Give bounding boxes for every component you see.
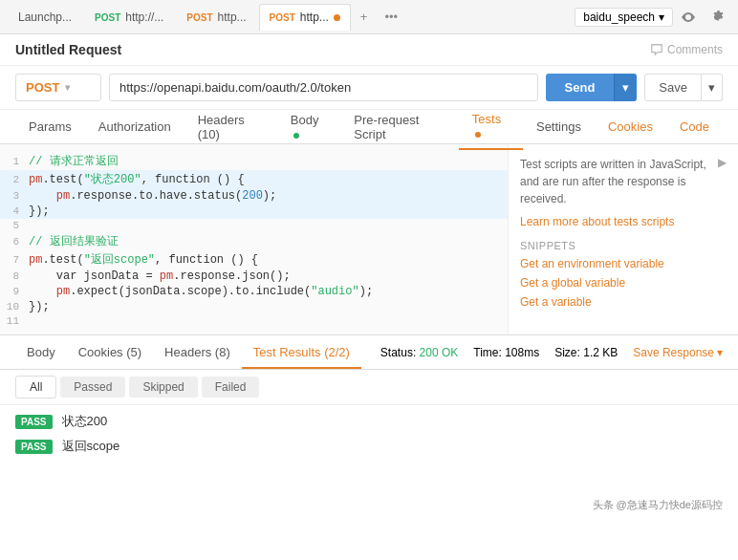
tab-add-button[interactable]: + (353, 10, 376, 24)
resp-tab-headers[interactable]: Headers (8) (153, 337, 242, 367)
filter-all-button[interactable]: All (15, 376, 56, 398)
tab-get-label: http://... (125, 11, 163, 24)
panel-collapse-button[interactable]: ▶ (718, 156, 727, 169)
body-dot (293, 133, 299, 139)
tab-auth-label: Authorization (98, 119, 171, 134)
code-line-11: 11 (0, 314, 508, 328)
tab-post2[interactable]: POST http... (259, 4, 351, 31)
code-editor[interactable]: 1 // 请求正常返回 2 pm.test("状态200", function … (0, 144, 509, 334)
url-bar: POST ▾ Send ▾ Save ▾ (0, 66, 738, 110)
tab-post1[interactable]: POST http... (176, 4, 256, 31)
tab-launchpad[interactable]: Launchp... (8, 4, 82, 31)
tab-bar: Launchp... POST http://... POST http... … (0, 0, 738, 34)
tab-more-button[interactable]: ••• (377, 10, 405, 24)
resp-tab-test-results[interactable]: Test Results (2/2) (242, 337, 361, 369)
snippet-item-1[interactable]: Get an environment variable (520, 257, 727, 270)
send-button[interactable]: Send (546, 74, 615, 101)
comments-button[interactable]: Comments (650, 43, 723, 56)
save-response-button[interactable]: Save Response ▾ (633, 346, 723, 359)
tab-tests[interactable]: Tests (459, 104, 523, 150)
code-line-9: 9 pm.expect(jsonData.scope).to.include("… (0, 284, 508, 299)
tab-post2-label: http... (300, 11, 329, 24)
tab-get[interactable]: POST http://... (84, 4, 174, 31)
snippet-item-3[interactable]: Get a variable (520, 295, 727, 309)
send-dropdown-button[interactable]: ▾ (614, 74, 637, 101)
test-row-1: PASS 状态200 (15, 413, 723, 430)
tab-body-label: Body (291, 113, 319, 127)
tab-params[interactable]: Params (15, 112, 85, 141)
snippets-panel: Test scripts are written in JavaScript, … (509, 144, 738, 334)
resp-tab-headers-label: Headers (8) (164, 345, 230, 359)
tab-active-dot (334, 14, 340, 21)
resp-tab-cookies-label: Cookies (5) (78, 345, 141, 359)
test-name-1: 状态200 (62, 413, 108, 430)
code-line-7: 7 pm.test("返回scope", function () { (0, 250, 508, 269)
chevron-down-icon: ▾ (659, 11, 664, 24)
tab-headers[interactable]: Headers (10) (184, 105, 277, 149)
url-input[interactable] (109, 74, 538, 101)
tab-cookies-link[interactable]: Cookies (595, 112, 666, 141)
main-content: 1 // 请求正常返回 2 pm.test("状态200", function … (0, 144, 738, 335)
resp-tab-body-label: Body (27, 345, 55, 359)
resp-tab-body[interactable]: Body (15, 337, 67, 367)
tab-prerequest[interactable]: Pre-request Script (340, 105, 458, 149)
tab-settings[interactable]: Settings (523, 112, 595, 141)
request-title: Untitled Request (15, 42, 121, 57)
send-btn-group: Send ▾ (546, 74, 638, 101)
result-filter-bar: All Passed Skipped Failed (0, 370, 738, 405)
test-results-panel: PASS 状态200 PASS 返回scope 头条 @急速马力快de源码控 (0, 405, 738, 520)
save-response-chevron-icon: ▾ (717, 346, 723, 359)
tab-settings-label: Settings (536, 119, 581, 134)
status-value: 200 OK (420, 346, 459, 359)
gear-icon (709, 10, 725, 25)
tests-dot (475, 132, 481, 138)
time-value: 108ms (505, 346, 539, 359)
filter-skipped-button[interactable]: Skipped (129, 377, 197, 398)
env-selector[interactable]: baidu_speech ▾ (575, 8, 673, 27)
code-line-5: 5 (0, 219, 508, 232)
time-label: Time: 108ms (473, 346, 539, 359)
tab-params-label: Params (29, 119, 72, 134)
snippets-title: SNIPPETS (520, 240, 727, 251)
filter-failed-button[interactable]: Failed (202, 377, 260, 398)
tab-body[interactable]: Body (277, 105, 341, 149)
snippets-description: Test scripts are written in JavaScript, … (520, 156, 718, 207)
snippet-item-2[interactable]: Get a global variable (520, 276, 727, 290)
comments-label: Comments (667, 43, 723, 56)
request-title-bar: Untitled Request Comments (0, 34, 738, 66)
save-button[interactable]: Save (644, 74, 702, 101)
watermark: 头条 @急速马力快de源码控 (593, 498, 723, 512)
tab-authorization[interactable]: Authorization (85, 112, 184, 141)
method-post-badge-2: POST (270, 12, 295, 23)
status-label: Status: 200 OK (380, 346, 458, 359)
code-line-6: 6 // 返回结果验证 (0, 232, 508, 250)
save-dropdown-button[interactable]: ▾ (702, 74, 723, 101)
tab-code-link[interactable]: Code (666, 112, 723, 141)
save-response-label: Save Response (633, 346, 714, 359)
comments-icon (650, 43, 663, 56)
method-select[interactable]: POST ▾ (15, 74, 101, 101)
tab-tests-label: Tests (472, 112, 501, 126)
response-status-bar: Status: 200 OK Time: 108ms Size: 1.2 KB … (380, 346, 723, 359)
resp-tab-cookies[interactable]: Cookies (5) (67, 337, 153, 367)
pass-badge-2: PASS (15, 440, 53, 454)
tab-headers-label: Headers (10) (198, 113, 245, 141)
test-row-2: PASS 返回scope (15, 438, 723, 455)
method-value: POST (26, 80, 59, 95)
save-btn-group: Save ▾ (644, 74, 723, 101)
snippets-learn-link[interactable]: Learn more about tests scripts (520, 215, 674, 228)
response-tabs: Body Cookies (5) Headers (8) Test Result… (0, 335, 738, 370)
filter-passed-button[interactable]: Passed (60, 377, 125, 398)
env-name: baidu_speech (583, 11, 655, 24)
size-value: 1.2 KB (583, 346, 618, 359)
eye-icon (681, 10, 696, 25)
eye-icon-button[interactable] (675, 4, 702, 31)
test-name-2: 返回scope (62, 438, 120, 455)
settings-icon-button[interactable] (704, 4, 730, 31)
method-post-badge-1: POST (186, 12, 212, 23)
tab-prerequest-label: Pre-request Script (354, 113, 419, 141)
method-chevron-icon: ▾ (65, 82, 70, 93)
pass-badge-1: PASS (15, 415, 53, 429)
method-get-badge: POST (95, 12, 120, 23)
code-line-1: 1 // 请求正常返回 (0, 152, 508, 170)
